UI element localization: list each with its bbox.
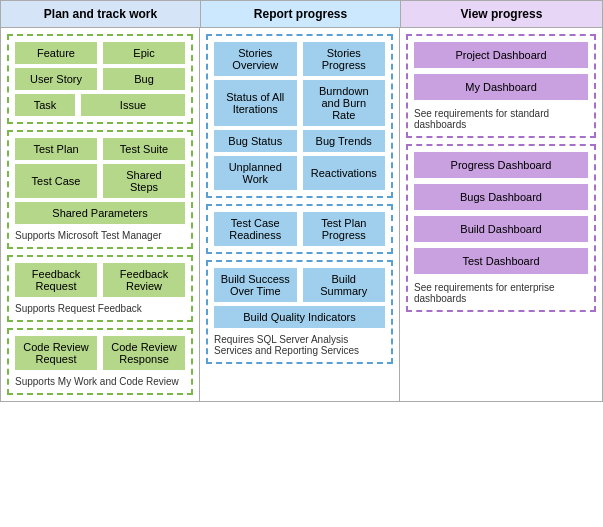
plan-codereview-note: Supports My Work and Code Review bbox=[15, 376, 185, 387]
report-row-iterations: Status of All Iterations Burndown and Bu… bbox=[214, 80, 385, 126]
view-section-standard: Project Dashboard My Dashboard See requi… bbox=[406, 34, 596, 138]
plan-row-feature-epic: Feature Epic bbox=[15, 42, 185, 64]
btn-test-suite[interactable]: Test Suite bbox=[103, 138, 185, 160]
btn-unplanned-work[interactable]: Unplanned Work bbox=[214, 156, 297, 190]
plan-row-codereview: Code Review Request Code Review Response bbox=[15, 336, 185, 370]
btn-shared-steps[interactable]: Shared Steps bbox=[103, 164, 185, 198]
view-section-enterprise: Progress Dashboard Bugs Dashboard Build … bbox=[406, 144, 596, 312]
btn-test-case-readiness[interactable]: Test Case Readiness bbox=[214, 212, 297, 246]
btn-test-dashboard[interactable]: Test Dashboard bbox=[414, 248, 588, 274]
btn-burndown-burnrate[interactable]: Burndown and Burn Rate bbox=[303, 80, 386, 126]
col-view: Project Dashboard My Dashboard See requi… bbox=[400, 28, 603, 402]
report-row-unplanned: Unplanned Work Reactivations bbox=[214, 156, 385, 190]
btn-my-dashboard[interactable]: My Dashboard bbox=[414, 74, 588, 100]
btn-bug-trends[interactable]: Bug Trends bbox=[303, 130, 386, 152]
plan-row-task-issue: Task Issue bbox=[15, 94, 185, 116]
btn-build-success-over-time[interactable]: Build Success Over Time bbox=[214, 268, 297, 302]
btn-test-plan-progress[interactable]: Test Plan Progress bbox=[303, 212, 386, 246]
plan-row-testplan-suite: Test Plan Test Suite bbox=[15, 138, 185, 160]
report-row-buildtime: Build Success Over Time Build Summary bbox=[214, 268, 385, 302]
view-enterprise-note: See requirements for enterprise dashboar… bbox=[414, 282, 588, 304]
plan-row-sharedparams: Shared Parameters bbox=[15, 202, 185, 224]
btn-test-case[interactable]: Test Case bbox=[15, 164, 97, 198]
btn-bugs-dashboard[interactable]: Bugs Dashboard bbox=[414, 184, 588, 210]
btn-shared-parameters[interactable]: Shared Parameters bbox=[15, 202, 185, 224]
plan-section-feedback: Feedback Request Feedback Review Support… bbox=[7, 255, 193, 322]
btn-project-dashboard[interactable]: Project Dashboard bbox=[414, 42, 588, 68]
btn-stories-overview[interactable]: Stories Overview bbox=[214, 42, 297, 76]
btn-bug-status[interactable]: Bug Status bbox=[214, 130, 297, 152]
btn-build-summary[interactable]: Build Summary bbox=[303, 268, 386, 302]
report-row-bugstatus: Bug Status Bug Trends bbox=[214, 130, 385, 152]
plan-section-codereview: Code Review Request Code Review Response… bbox=[7, 328, 193, 395]
btn-reactivations[interactable]: Reactivations bbox=[303, 156, 386, 190]
btn-feedback-request[interactable]: Feedback Request bbox=[15, 263, 97, 297]
btn-code-review-response[interactable]: Code Review Response bbox=[103, 336, 185, 370]
btn-build-quality-indicators[interactable]: Build Quality Indicators bbox=[214, 306, 385, 328]
report-row-testcase: Test Case Readiness Test Plan Progress bbox=[214, 212, 385, 246]
header-view: View progress bbox=[400, 0, 603, 28]
btn-build-dashboard[interactable]: Build Dashboard bbox=[414, 216, 588, 242]
view-standard-note: See requirements for standard dashboards bbox=[414, 108, 588, 130]
btn-issue[interactable]: Issue bbox=[81, 94, 185, 116]
header-plan: Plan and track work bbox=[0, 0, 200, 28]
plan-section-work-items: Feature Epic User Story Bug Task Issue bbox=[7, 34, 193, 124]
btn-feature[interactable]: Feature bbox=[15, 42, 97, 64]
btn-status-all-iterations[interactable]: Status of All Iterations bbox=[214, 80, 297, 126]
btn-feedback-review[interactable]: Feedback Review bbox=[103, 263, 185, 297]
plan-feedback-note: Supports Request Feedback bbox=[15, 303, 185, 314]
plan-row-feedback: Feedback Request Feedback Review bbox=[15, 263, 185, 297]
plan-row-story-bug: User Story Bug bbox=[15, 68, 185, 90]
main-container: Plan and track work Report progress View… bbox=[0, 0, 603, 402]
btn-code-review-request[interactable]: Code Review Request bbox=[15, 336, 97, 370]
btn-bug[interactable]: Bug bbox=[103, 68, 185, 90]
report-section-build: Build Success Over Time Build Summary Bu… bbox=[206, 260, 393, 364]
report-section-stories: Stories Overview Stories Progress Status… bbox=[206, 34, 393, 198]
content-row: Feature Epic User Story Bug Task Issue T… bbox=[0, 28, 603, 402]
report-row-stories: Stories Overview Stories Progress bbox=[214, 42, 385, 76]
plan-row-testcase-sharedsteps: Test Case Shared Steps bbox=[15, 164, 185, 198]
report-build-note: Requires SQL Server Analysis Services an… bbox=[214, 334, 385, 356]
header-report: Report progress bbox=[200, 0, 400, 28]
col-report: Stories Overview Stories Progress Status… bbox=[200, 28, 400, 402]
report-row-buildquality: Build Quality Indicators bbox=[214, 306, 385, 328]
plan-section-test: Test Plan Test Suite Test Case Shared St… bbox=[7, 130, 193, 249]
plan-test-note: Supports Microsoft Test Manager bbox=[15, 230, 185, 241]
col-plan: Feature Epic User Story Bug Task Issue T… bbox=[0, 28, 200, 402]
btn-progress-dashboard[interactable]: Progress Dashboard bbox=[414, 152, 588, 178]
header-row: Plan and track work Report progress View… bbox=[0, 0, 603, 28]
btn-user-story[interactable]: User Story bbox=[15, 68, 97, 90]
btn-task[interactable]: Task bbox=[15, 94, 75, 116]
report-section-testcase: Test Case Readiness Test Plan Progress bbox=[206, 204, 393, 254]
btn-stories-progress[interactable]: Stories Progress bbox=[303, 42, 386, 76]
btn-epic[interactable]: Epic bbox=[103, 42, 185, 64]
btn-test-plan[interactable]: Test Plan bbox=[15, 138, 97, 160]
